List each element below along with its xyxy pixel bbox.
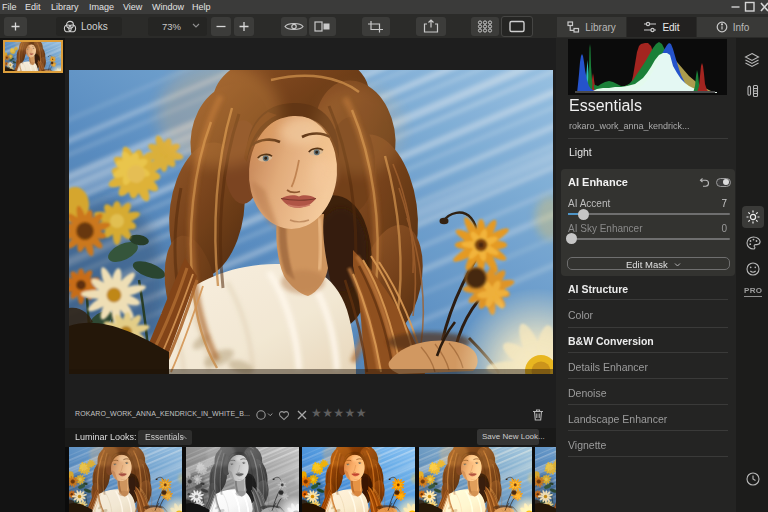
svg-text:Looks: Looks — [81, 21, 108, 32]
svg-text:73%: 73% — [162, 21, 182, 32]
